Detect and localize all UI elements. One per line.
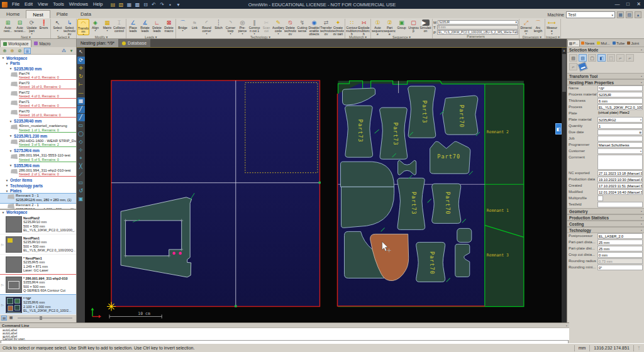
collapse-arrow-icon[interactable]: ▼ — [5, 184, 9, 187]
selection-mode-button[interactable]: ▨ — [579, 54, 587, 62]
canvas-tool-19-icon[interactable]: ▣ — [77, 195, 85, 203]
create-technology-part-button[interactable]: ✦Create technology part — [332, 19, 344, 35]
command-line-header[interactable]: Command Line ▪ — [0, 323, 569, 328]
expand-icon[interactable]: ▪ — [641, 222, 642, 226]
matrix-button[interactable]: ▦Matrix▾ — [101, 19, 113, 35]
tree-item-286-001-994-311-5553-110-test[interactable]: 286.001.994_311-5553-110-testNested: 5 o… — [0, 153, 76, 163]
section-transform-tool[interactable]: Transform Tool ▪ — [567, 73, 644, 79]
slider-thumb[interactable] — [40, 316, 42, 320]
menu-edit[interactable]: Edit — [22, 1, 35, 7]
section-costing[interactable]: Costing ▪ — [567, 221, 644, 227]
arc-length-button[interactable]: ⌒Arc length — [532, 19, 544, 35]
tree-group-workspace[interactable]: ▼Workspace — [0, 55, 76, 61]
prop-value-field[interactable]: EL_YLS_20KW_PC2.0_100/200_LBU-S_ — [597, 104, 643, 110]
part-sequence-button[interactable]: ②Part sequence▾ — [384, 19, 396, 35]
list-view-toggle-icon[interactable]: ▤ — [1, 316, 7, 321]
expand-icon[interactable]: ▪ — [641, 216, 642, 219]
machine-select[interactable]: Test ▾ — [566, 11, 615, 18]
param-t-select[interactable]: 6 mm — [437, 25, 518, 30]
collapse-icon[interactable]: ▪ — [641, 228, 642, 232]
tech-value-field[interactable]: 25 mm — [597, 246, 643, 251]
delete-technology-button[interactable]: ⍉Delete technology — [284, 19, 296, 35]
new-document-icon[interactable]: ▤ — [109, 1, 117, 8]
canvas-tool-1-icon[interactable]: ↖ — [77, 48, 85, 56]
tab-nest[interactable]: Nest — [26, 10, 50, 18]
expander-icon[interactable]: ▷ — [1, 303, 4, 307]
ribbon-collapse-icon[interactable]: ▴ — [635, 11, 641, 18]
place-leads-button[interactable]: ∠Place leads — [127, 19, 139, 35]
panel-tab-workspace[interactable]: Workspace — [0, 40, 31, 47]
prop-value-field[interactable] — [597, 155, 643, 170]
collapse-arrow-icon[interactable]: ▼ — [1, 56, 5, 60]
prop-value-field[interactable]: 19.10.2023 10:30 (Manuel.Schultheiss) — [597, 177, 643, 182]
canvas-tool-15-icon[interactable]: ╳ — [77, 163, 85, 170]
prop-value-field[interactable]: */9* — [597, 85, 643, 91]
bridge-button[interactable]: ⌒Bridge▾ — [177, 19, 189, 35]
auto-nest-button[interactable]: ⊞Auto nest... — [2, 19, 14, 35]
canvas-tool-5-icon[interactable]: ⊢ — [77, 81, 85, 89]
auto-renest-button[interactable]: ⊟Auto renest... — [14, 19, 26, 35]
expander-icon[interactable]: ▷ — [1, 283, 4, 287]
list-view-icon[interactable]: ≣ — [24, 48, 31, 54]
canvas-vertical-scrollbar[interactable]: ▲ — [562, 48, 567, 322]
prop-value-field[interactable] — [597, 136, 643, 141]
menu-windows[interactable]: Windows — [67, 1, 91, 7]
minimize-button[interactable]: — — [612, 0, 623, 9]
maximize-button[interactable]: □ — [623, 0, 633, 9]
tree-group-technology-parts[interactable]: ▼Technology parts — [0, 183, 76, 189]
corner-loop-button[interactable]: ◝Corner loop▾ — [225, 19, 236, 35]
customize-icon[interactable]: ▪ — [167, 1, 174, 8]
thumbnail-size-slider[interactable] — [18, 317, 72, 319]
prop-value-field[interactable]: 17.10.2023 11:51 (Manuel.Schultheiss) — [597, 183, 643, 189]
tree-item-part71[interactable]: Part71Nested: 4 of 0, Remains: 0 — [0, 100, 76, 109]
auto-sequence-button[interactable]: ①Auto sequence — [372, 19, 384, 35]
chevron-down-icon[interactable]: ▾ — [640, 149, 641, 154]
expander-icon[interactable]: ▷ — [1, 243, 4, 246]
tree-item-remnant-3-1[interactable]: Remnant 3 - 1S235JRG2/6 mm, 280 × 283 mm… — [0, 194, 76, 203]
close-button[interactable]: ✕ — [633, 0, 644, 9]
scrollbar-thumb[interactable] — [562, 54, 566, 92]
collapse-arrow-icon[interactable]: ▼ — [1, 211, 5, 214]
tech-value-field[interactable]: 0 mm — [597, 252, 643, 258]
document-tab-nesting-plan-9[interactable]: Nesting plan: */9* — [77, 39, 118, 47]
machine-save-icon[interactable]: ▦ — [617, 11, 624, 18]
simulation-button[interactable]: ▶Simulation — [419, 19, 431, 35]
pin-icon[interactable]: ▪ — [641, 48, 642, 52]
canvas-tool-9-icon[interactable]: ╱ — [77, 114, 85, 121]
tech-value-field[interactable]: 25 mm — [597, 239, 643, 245]
tab-data[interactable]: Data — [74, 10, 97, 18]
errors-button[interactable]: ❗Errors — [38, 19, 50, 35]
open-icon[interactable]: ▧ — [118, 1, 125, 8]
menu-view[interactable]: View — [35, 1, 50, 7]
tree-item-part74[interactable]: Part74Nested: 4 of 0, Remains: 0 — [0, 72, 76, 81]
pin-icon[interactable]: ▪ — [566, 324, 567, 327]
tree-group-order-items[interactable]: ▼Order items — [0, 178, 76, 184]
common-cut-1-button[interactable]: ∥Common cut 1▾ — [248, 19, 260, 35]
section-technology[interactable]: Technology ▪ — [567, 227, 644, 233]
tree-group-s355jr-4-mm[interactable]: ▼S355JR/4 mm — [0, 163, 76, 168]
collision-control-button[interactable]: ⌶Collision control — [113, 19, 125, 35]
link-button[interactable]: ≈Link — [189, 19, 201, 35]
canvas-tool-12-icon[interactable]: ◇ — [77, 138, 85, 146]
delete-leads-button[interactable]: ∟Delete leads — [151, 19, 163, 35]
tech-value-field[interactable]: EL_LASER_2.0 — [597, 233, 643, 239]
collapse-arrow-icon[interactable]: ▼ — [9, 119, 13, 123]
tab-plate[interactable]: Plate — [50, 10, 74, 18]
prop-value-field[interactable]: S235JRG2▾ — [597, 117, 643, 123]
select-technology-button[interactable]: ↳Select technology▾ — [64, 19, 75, 35]
group-label-parameters[interactable]: Parameters — [433, 35, 518, 38]
prop-value-field[interactable]: S235JR — [597, 92, 643, 97]
scan-cut-button[interactable]: ✂Scan cut — [260, 19, 272, 35]
canvas-tool-14-icon[interactable]: ⌖ — [77, 155, 85, 162]
tree-item-286-001-994-311-ehp2-010-test[interactable]: 286.001.994_311-ehp2-010-testNested: 2 o… — [0, 168, 76, 178]
pre-pierce-button[interactable]: ◎Pre-pierce▾ — [236, 19, 248, 35]
collapse-arrow-icon[interactable]: ▼ — [5, 62, 9, 65]
selection-mode-button[interactable]: ◧ — [597, 54, 606, 62]
chevron-down-icon[interactable]: ▾ — [640, 118, 641, 123]
selection-mode-button[interactable]: ▧ — [569, 54, 577, 62]
undo-icon[interactable]: ↶ — [150, 1, 158, 8]
nested-part[interactable] — [455, 244, 470, 277]
group-button[interactable]: ▣Group — [396, 19, 408, 35]
canvas-tool-17-icon[interactable]: ▭ — [77, 179, 85, 187]
canvas-tool-3-icon[interactable]: ✛ — [77, 65, 85, 72]
